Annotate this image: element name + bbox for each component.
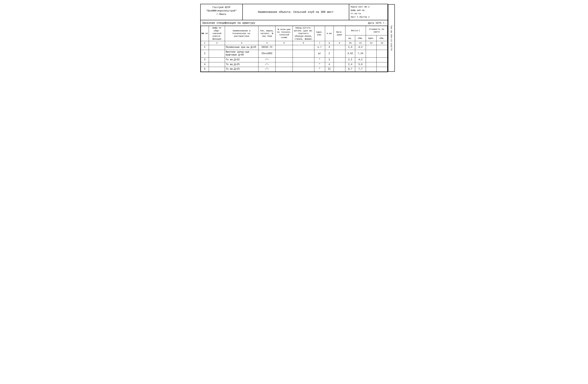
col-header-mat: Мате-риал [334,26,345,41]
col-header-name: Наименование и техническая ха-рактеристи… [225,26,258,41]
table-cell: 3 [325,45,334,50]
col-header-weight-total: общ. [355,35,366,41]
header-title: Наименование объекта: Сельский клуб на 3… [243,4,349,20]
header-meta: Марка-лист ВК-2 Шифр раб.пр. Ст.пр-та Ли… [349,4,388,20]
col-header-pos: № пози-ции по техноло-гической схеме [275,26,293,41]
colnum-9: 9 [334,41,345,45]
colnum-10: IO [345,41,355,45]
table-cell: I [201,45,209,50]
colnum-8: 8 [325,41,334,45]
table-header-row: №№ пп Шифр по обще-союзной класси-фикаци… [201,26,387,35]
table-cell: I5кч18П2 [258,50,275,57]
table-cell: —"— [258,67,275,72]
marka-value: ВК-2 [365,5,370,9]
colnum-1: I [201,41,209,45]
header-org: Госстрой БССР "БелНИИгипросельстрой" г.М… [201,4,243,20]
list-label: Лист I [351,16,358,19]
colnum-4: 4 [258,41,275,45]
col-header-cost-total: общ. [377,35,387,41]
object-label: Наименование объекта: Сельский клуб на 3… [258,11,334,14]
listov-label: Листов 2 [359,16,370,19]
table-cell [275,62,293,67]
col-header-weight-unit: ед. [345,35,355,41]
table-cell [377,62,387,67]
st-label: Ст.пр-та [351,12,386,16]
side-tab: Тал.пр.264-12-118/76 [388,4,395,72]
table-cell [366,57,377,62]
table-cell: 3 [201,57,209,62]
table-cell: Поливочные кра-ны Д=25 [225,45,258,50]
table-row: 2Вентили запор-ные муфтовые Д=40I5кч18П2… [201,50,387,57]
table-cell: II [325,67,334,72]
table-cell: 0,7 [345,67,355,72]
table-cell [366,67,377,72]
spec-date: Дата 1975 г. [368,22,386,24]
col-header-weight: Вес(кг) [345,26,366,35]
colnum-6: 6 [293,41,314,45]
spec-title-row: Заказная спецификация на арматуру Дата 1… [201,20,388,26]
table-cell: " [314,57,325,62]
table-colnum-row: I 2 3 4 5 6 7 8 9 IO II I2 I3 [201,41,387,45]
table-cell: 4,2 [355,57,366,62]
col-header-type: Тип, марка, каталог, № чер-тежа [258,26,275,41]
org-line2: "БелНИИгипросельстрой" [202,9,241,13]
col-header-cost: Стоимость по смете [366,26,387,35]
table-cell [209,50,225,57]
table-cell [334,67,345,72]
table-cell: То же,Д=25 [225,62,258,67]
col-header-cipher: Шифр по обще-союзной класси-фикации [209,26,225,41]
table-cell [334,50,345,57]
table-cell: 4 [325,62,334,67]
table-row: 4То же,Д=25—"—"4I,45,6 [201,62,387,67]
table-cell: " [314,67,325,72]
table-cell: —"— [258,57,275,62]
table-cell [293,50,314,57]
main-table: №№ пп Шифр по обще-союзной класси-фикаци… [201,26,388,72]
col-header-num: №№ пп [201,26,209,41]
table-cell [293,57,314,62]
colnum-2: 2 [209,41,225,45]
table-cell: —"— [258,62,275,67]
table-cell: 7,7 [355,67,366,72]
table-cell: к-т [314,45,325,50]
header-section: Госстрой БССР "БелНИИгипросельстрой" г.М… [201,4,388,20]
table-cell [275,57,293,62]
col-header-manuf: Завод-изгото-витель (для им-портного обо… [293,26,314,41]
shifr-value: раб.пр. [357,9,366,12]
table-row: 5То же,Д=I5—"—"II0,77,7 [201,67,387,72]
table-cell [209,57,225,62]
table-cell [366,62,377,67]
colnum-12: I2 [366,41,377,45]
col-header-cost-unit: един. [366,35,377,41]
marka-label: Марка-лист [351,5,363,9]
table-cell: То же,Д=32 [225,57,258,62]
table-cell: 7,24 [355,50,366,57]
table-cell [334,45,345,50]
spec-title: Заказная спецификация на арматуру [202,21,255,24]
table-cell: I,4 [345,45,355,50]
table-cell: Вентили запор-ные муфтовые Д=40 [225,50,258,57]
table-cell [209,67,225,72]
table-cell [275,67,293,72]
colnum-5: 5 [275,41,293,45]
col-header-qty: К-во [325,26,334,41]
table-cell [377,67,387,72]
shifr-label: Шифр [351,9,356,12]
table-cell [293,67,314,72]
table-cell: I,4 [345,62,355,67]
table-cell [366,45,377,50]
page-wrapper: Тал.пр.264-12-118/76 Госстрой БССР "БелН… [200,4,388,72]
table-cell: 5,6 [355,62,366,67]
side-tab-text: Тал.пр.264-12-118/76 [390,25,393,51]
table-cell [377,57,387,62]
table-cell: 2 [325,50,334,57]
colnum-7: 7 [314,41,325,45]
colnum-3: 3 [225,41,258,45]
org-line1: Госстрой БССР [202,6,241,9]
table-cell: I8I6I-72 [258,45,275,50]
table-cell: 5 [201,67,209,72]
table-cell: шт [314,50,325,57]
table-cell [293,62,314,67]
colnum-13: I3 [377,41,387,45]
table-cell [334,57,345,62]
